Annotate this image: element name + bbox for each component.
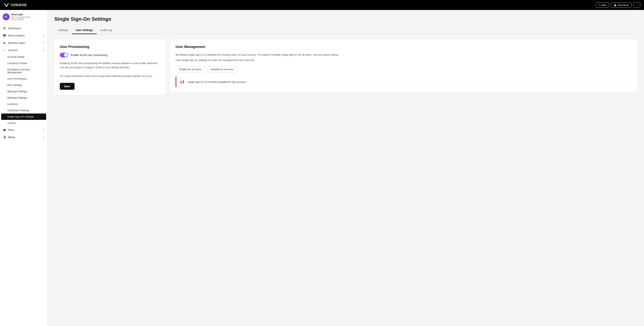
sidebar-item-store[interactable]: ▣ Store ▾ [0,126,47,133]
sidebar-item-single-sign-on[interactable]: Single Sign-On Settings [1,114,46,120]
subnav-label: Locations [7,103,18,106]
sidebar-item-label: Billing [8,136,15,139]
subnav-label: Meetings Settings [7,96,27,99]
subnav-label: Archive [7,122,16,124]
dashboard-icon: ⊞ [3,27,6,30]
sso-status-text: Single sign-on is currently disabled for… [188,81,246,83]
tab-user-settings[interactable]: User Settings [72,27,97,34]
main-content: Single Sign-On Settings Settings User Se… [48,10,644,326]
sidebar-item-label: Business Apps [8,42,25,44]
layout: FL First Last Account Super User Acct: 3… [0,10,644,326]
tabs: Settings User Settings Audit Log [54,27,637,34]
avatar: FL [3,14,10,20]
help-icon: ? [598,4,600,7]
sidebar-item-business-apps[interactable]: ◈ Business Apps ▾ [0,39,47,46]
toggle-row: Enable SCIM user provisioning [60,53,160,57]
user-name: First Last [12,13,30,16]
user-provisioning-card: User Provisioning Enable SCIM user provi… [54,40,166,95]
sidebar-item-dashboard-settings[interactable]: Dashboard Settings [0,107,47,114]
apps-icon: ◈ [3,41,6,45]
vonage-v-icon [4,2,9,8]
sidebar-item-label: Dashboard [8,27,21,30]
subnav-label: PBX Settings [7,84,22,87]
sidebar-item-phone-system[interactable]: ☎ Phone System ▾ [0,32,47,39]
sidebar-item-company-contact[interactable]: Company Contact [0,60,47,66]
chevron-down-icon: ▾ [44,42,45,44]
page-title: Single Sign-On Settings [54,16,637,22]
provisioning-description-line2: For setup instructions and a list of sup… [60,74,160,78]
sidebar-item-user-permissions[interactable]: User Permissions [0,76,47,82]
store-icon: ▣ [3,128,6,132]
visit-store-button[interactable]: ▣ Visit Store [611,3,632,8]
nav-section-main: ⊞ Dashboard ☎ Phone System ▾ ◈ Business … [0,24,47,142]
subnav-label: Single Sign-On Settings [7,115,34,118]
user-mgmt-desc: By default single sign-on is disabled fo… [176,53,632,57]
sidebar-item-label: Store [8,129,14,131]
save-button[interactable]: Save [60,83,74,90]
megaphone-icon: 📢 [180,79,185,85]
disable-all-users-button[interactable]: Disable for all users [208,66,238,73]
desc-text: Enabling SCIM user provisioning will dis… [60,62,158,69]
sso-status-info-box: 📢 Single sign-on is currently disabled f… [176,77,632,87]
subnav-label: User Permissions [7,77,27,80]
chevron-down-icon: ▾ [44,129,45,131]
vonage-wordmark: VONAGE [11,3,27,7]
sidebar-item-archive[interactable]: Archive [0,120,47,126]
sidebar-item-emergency-services[interactable]: Emergency Services Management [0,66,47,76]
click-here-link[interactable]: click here. [142,75,153,78]
help-button[interactable]: ? Help [596,3,609,8]
subnav-label: Emergency Services Management [7,68,45,74]
store-icon: ▣ [614,4,616,7]
chevron-down-icon: ▾ [44,34,45,37]
user-role: Account Super User [12,16,30,18]
sidebar-item-account[interactable]: ○ Account ▴ [0,46,47,54]
chevron-down-icon: ▾ [44,136,45,138]
provisioning-description-line1: Enabling SCIM user provisioning will dis… [60,61,160,69]
tab-settings[interactable]: Settings [54,27,72,34]
user-provisioning-title: User Provisioning [60,45,160,49]
user-mgmt-sub: User single sign-on settings can also be… [176,58,632,62]
user-profile: FL First Last Account Super User Acct: 3… [0,10,47,24]
management-buttons: Enable for all users Disable for all use… [176,66,632,73]
cards-row: User Provisioning Enable SCIM user provi… [54,40,637,95]
sidebar-item-label: Phone System [8,34,25,37]
vonage-logo: VONAGE [4,2,27,8]
sidebar-item-dashboard[interactable]: ⊞ Dashboard [0,25,47,32]
enable-all-users-button[interactable]: Enable for all users [176,66,205,73]
toggle-label: Enable SCIM user provisioning [70,54,107,57]
user-acct: Acct: 336462 [12,18,30,21]
sidebar-item-account-details[interactable]: Account Details [0,54,47,60]
sidebar-item-locations[interactable]: Locations [0,101,47,107]
sidebar-item-billing[interactable]: ◑ Billing ▾ [0,133,47,141]
subnav-label: Company Contact [7,62,27,65]
sidebar-item-pbx-settings[interactable]: PBX Settings [0,82,47,88]
subnav-label: Dashboard Settings [7,109,29,112]
sidebar-item-message-settings[interactable]: Message Settings [0,88,47,95]
sidebar: FL First Last Account Super User Acct: 3… [0,10,48,326]
desc-text2: For setup instructions and a list of sup… [60,75,141,78]
subnav-label: Message Settings [7,90,27,93]
billing-icon: ◑ [3,135,6,139]
tab-audit-log[interactable]: Audit Log [97,27,116,34]
user-management-card: User Management By default single sign-o… [170,40,637,93]
sidebar-item-meetings-settings[interactable]: Meetings Settings [0,95,47,101]
account-icon: ○ [3,48,6,52]
sidebar-item-label: Account [8,49,18,52]
help-label: Help [601,4,606,7]
subnav-label: Account Details [7,56,24,58]
top-nav-actions: ? Help ▣ Visit Store ♡ [596,2,640,8]
scim-toggle[interactable] [60,53,68,57]
user-management-title: User Management [176,45,632,49]
chevron-up-icon: ▴ [44,49,45,51]
user-info: First Last Account Super User Acct: 3364… [12,13,30,21]
visit-store-label: Visit Store [617,4,629,7]
phone-icon: ☎ [3,34,6,37]
top-nav: VONAGE ? Help ▣ Visit Store ♡ [0,0,644,10]
favorites-button[interactable]: ♡ [634,2,640,8]
